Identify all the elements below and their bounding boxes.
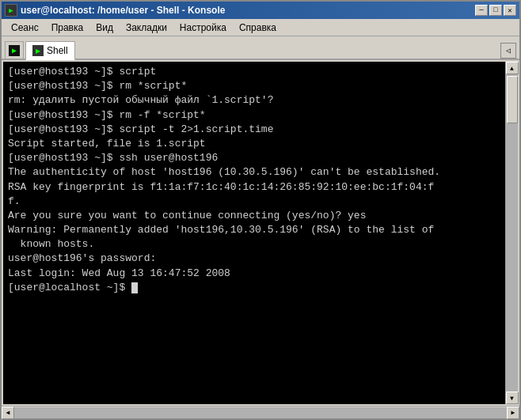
titlebar: ▶ user@localhost: /home/user - Shell - K…	[2, 2, 519, 19]
menu-bookmarks[interactable]: Закладки	[120, 21, 173, 35]
window-title: user@localhost: /home/user - Shell - Kon…	[21, 5, 225, 16]
scroll-up-button[interactable]: ▲	[506, 62, 519, 74]
menu-view[interactable]: Вид	[89, 21, 120, 35]
minimize-button[interactable]: ─	[475, 5, 488, 16]
tab-shell-icon: ▶	[32, 45, 44, 56]
menu-edit[interactable]: Правка	[45, 21, 90, 35]
titlebar-buttons: ─ □ ✕	[475, 5, 516, 16]
tabbar-close-button[interactable]: ◁	[500, 43, 516, 59]
bottom-scrollbar-track	[14, 407, 507, 418]
menu-settings[interactable]: Настройка	[173, 21, 233, 35]
bottom-scrollbar: ◀ ▶	[2, 406, 519, 418]
tab-area-icon: ▶	[5, 41, 24, 59]
scroll-right-button[interactable]: ▶	[507, 407, 519, 419]
menu-help[interactable]: Справка	[233, 21, 283, 35]
tabbar: ▶ ▶ Shell ◁	[2, 36, 519, 60]
app-icon: ▶	[5, 4, 17, 17]
scroll-down-button[interactable]: ▼	[506, 392, 519, 404]
tab-shell[interactable]: ▶ Shell	[25, 41, 75, 60]
terminal-wrapper: [user@host193 ~]$ script [user@host193 ~…	[2, 60, 519, 406]
menubar: Сеанс Правка Вид Закладки Настройка Спра…	[2, 19, 519, 36]
scroll-left-button[interactable]: ◀	[2, 407, 14, 419]
scrollbar-thumb[interactable]	[507, 76, 518, 123]
tabbar-right: ◁	[500, 43, 516, 59]
terminal-cursor	[131, 282, 138, 293]
maximize-button[interactable]: □	[489, 5, 502, 16]
scrollbar: ▲ ▼	[505, 62, 518, 404]
main-window: ▶ user@localhost: /home/user - Shell - K…	[0, 0, 521, 420]
close-button[interactable]: ✕	[504, 5, 516, 16]
titlebar-left: ▶ user@localhost: /home/user - Shell - K…	[5, 4, 225, 17]
tab-shell-label: Shell	[47, 45, 68, 56]
terminal[interactable]: [user@host193 ~]$ script [user@host193 ~…	[3, 62, 505, 404]
scrollbar-track	[506, 74, 518, 392]
menu-session[interactable]: Сеанс	[5, 21, 45, 35]
